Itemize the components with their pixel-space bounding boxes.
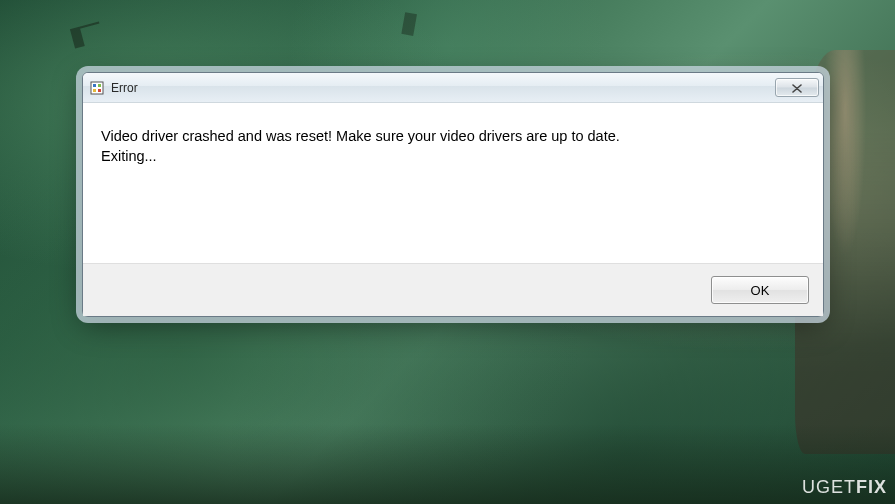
background-foliage <box>0 424 895 504</box>
close-icon <box>792 79 802 97</box>
dialog-titlebar[interactable]: Error <box>83 73 823 103</box>
watermark: UGETFIX <box>802 477 887 498</box>
svg-rect-4 <box>98 89 101 92</box>
dialog-title: Error <box>111 81 775 95</box>
svg-rect-0 <box>91 82 103 94</box>
watermark-pre: UGET <box>802 477 856 497</box>
watermark-post: FIX <box>856 477 887 497</box>
app-icon <box>89 80 105 96</box>
svg-rect-2 <box>98 84 101 87</box>
close-button[interactable] <box>775 78 819 97</box>
error-message: Video driver crashed and was reset! Make… <box>101 127 805 166</box>
dialog-content: Video driver crashed and was reset! Make… <box>83 103 823 263</box>
svg-rect-1 <box>93 84 96 87</box>
svg-rect-3 <box>93 89 96 92</box>
ok-button[interactable]: OK <box>711 276 809 304</box>
error-dialog: Error Video driver crashed and was reset… <box>82 72 824 317</box>
dialog-button-row: OK <box>83 263 823 316</box>
